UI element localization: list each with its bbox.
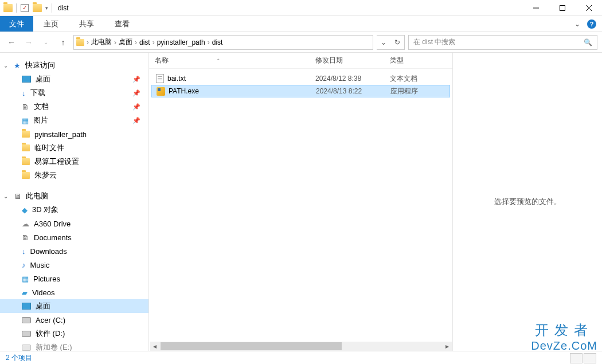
sidebar-item-label: 桌面	[36, 74, 50, 84]
pin-icon: 📌	[132, 89, 140, 97]
file-date: 2024/8/13 8:22	[316, 87, 390, 95]
sidebar-quick-access[interactable]: ⌄ ★ 快速访问	[0, 58, 148, 72]
tab-view[interactable]: 查看	[104, 16, 140, 32]
ribbon-expand-icon[interactable]: ⌄	[574, 20, 580, 28]
breadcrumb[interactable]: 此电脑	[91, 37, 112, 47]
sidebar-item-disk-c[interactable]: Acer (C:)	[0, 313, 148, 327]
up-button[interactable]: ↑	[56, 36, 70, 49]
forward-button[interactable]: →	[22, 36, 36, 49]
sidebar-item-folder[interactable]: 朱梦云	[0, 169, 148, 182]
sidebar-item-label: Videos	[32, 288, 55, 297]
close-button[interactable]	[576, 0, 602, 16]
file-row[interactable]: bai.txt 2024/8/12 8:38 文本文档	[151, 72, 450, 85]
chevron-right-icon[interactable]: ›	[208, 38, 210, 46]
minimize-button[interactable]	[523, 0, 549, 16]
column-type[interactable]: 类型	[390, 56, 447, 65]
sidebar-item-documents[interactable]: 🗎 文档 📌	[0, 100, 148, 113]
svg-rect-1	[560, 5, 565, 10]
download-icon: ↓	[22, 89, 26, 97]
refresh-button[interactable]: ↻	[390, 36, 404, 49]
back-button[interactable]: ←	[5, 36, 18, 49]
chevron-right-icon[interactable]: ›	[87, 38, 89, 46]
column-name[interactable]: 名称 ⌃	[155, 56, 315, 65]
navigation-sidebar: ⌄ ★ 快速访问 桌面 📌 ↓ 下载 📌 🗎 文档 📌 ▦ 图片 📌 pyins…	[0, 53, 149, 351]
disk-icon	[22, 345, 31, 351]
scroll-left-icon[interactable]: ◂	[150, 342, 159, 351]
scroll-right-icon[interactable]: ▸	[443, 342, 452, 351]
sidebar-item-folder[interactable]: 临时文件	[0, 141, 148, 155]
pc-icon: 🖥	[14, 192, 21, 201]
sidebar-item-a360[interactable]: ☁ A360 Drive	[0, 217, 148, 230]
sidebar-item-desktop[interactable]: 桌面	[0, 299, 148, 313]
search-icon[interactable]: 🔍	[584, 38, 592, 46]
column-date[interactable]: 修改日期	[315, 56, 390, 65]
sidebar-item-label: 软件 (D:)	[36, 328, 65, 339]
qat-dropdown-icon[interactable]: ▾	[45, 5, 48, 11]
sidebar-item-label: 易算工程设置	[34, 156, 79, 167]
picture-icon: ▦	[22, 275, 29, 283]
breadcrumb[interactable]: dist	[139, 38, 150, 46]
file-date: 2024/8/12 8:38	[315, 75, 390, 83]
column-headers: 名称 ⌃ 修改日期 类型	[149, 53, 452, 69]
checkbox-qat-icon[interactable]: ✓	[20, 3, 29, 13]
address-dropdown-icon[interactable]: ⌄	[377, 36, 390, 49]
music-icon: ♪	[22, 261, 26, 269]
sidebar-item-folder[interactable]: 易算工程设置	[0, 155, 148, 169]
sidebar-this-pc[interactable]: ⌄ 🖥 此电脑	[0, 189, 148, 203]
sidebar-item-videos[interactable]: ▰ Videos	[0, 285, 148, 299]
help-icon[interactable]: ?	[587, 19, 596, 29]
sidebar-item-label: 下载	[30, 88, 45, 98]
icons-view-button[interactable]	[584, 353, 596, 363]
disk-icon	[22, 317, 31, 323]
details-view-button[interactable]	[570, 353, 583, 363]
breadcrumb[interactable]: pyinstaller_path	[157, 38, 205, 46]
maximize-button[interactable]	[549, 0, 576, 16]
sidebar-item-downloads[interactable]: ↓ Downloads	[0, 244, 148, 258]
download-icon: ↓	[22, 247, 26, 256]
divider	[52, 3, 52, 13]
pin-icon: 📌	[132, 103, 140, 111]
sidebar-item-music[interactable]: ♪ Music	[0, 258, 148, 272]
file-name: bai.txt	[167, 75, 186, 83]
tab-share[interactable]: 共享	[69, 16, 104, 32]
chevron-right-icon[interactable]: ›	[135, 38, 137, 46]
sidebar-item-label: Acer (C:)	[36, 316, 65, 324]
divider	[16, 3, 17, 13]
item-count: 2 个项目	[6, 353, 32, 363]
sidebar-item-3d[interactable]: ◆ 3D 对象	[0, 203, 148, 217]
sidebar-item-disk-e[interactable]: 新加卷 (E:)	[0, 340, 148, 351]
document-icon: 🗎	[22, 103, 29, 111]
recent-dropdown-icon[interactable]: ⌄	[39, 36, 53, 49]
sidebar-item-pictures[interactable]: ▦ Pictures	[0, 272, 148, 285]
chevron-right-icon[interactable]: ›	[114, 38, 116, 46]
sidebar-item-desktop[interactable]: 桌面 📌	[0, 72, 148, 86]
tab-home[interactable]: 主页	[33, 16, 69, 32]
sidebar-item-label: 新加卷 (E:)	[36, 342, 72, 351]
folder-icon	[22, 144, 30, 151]
folder-qat-icon[interactable]	[33, 3, 42, 13]
search-input[interactable]: 在 dist 中搜索 🔍	[408, 35, 597, 50]
address-bar[interactable]: › 此电脑 › 桌面 › dist › pyinstaller_path › d…	[73, 35, 373, 50]
sort-indicator-icon: ⌃	[216, 58, 221, 64]
expand-icon[interactable]: ⌄	[3, 193, 8, 199]
chevron-right-icon[interactable]: ›	[153, 38, 155, 46]
sidebar-item-label: 快速访问	[25, 60, 55, 71]
folder-icon	[76, 39, 84, 46]
sidebar-item-folder[interactable]: pyinstaller_path	[0, 127, 148, 141]
text-file-icon	[156, 74, 164, 83]
sidebar-item-disk-d[interactable]: 软件 (D:)	[0, 327, 148, 340]
folder-icon	[22, 158, 30, 165]
sidebar-item-downloads[interactable]: ↓ 下载 📌	[0, 86, 148, 100]
sidebar-item-label: Downloads	[30, 247, 67, 256]
breadcrumb[interactable]: dist	[212, 38, 223, 46]
sidebar-item-documents[interactable]: 🗎 Documents	[0, 230, 148, 244]
sidebar-item-label: 此电脑	[26, 191, 48, 201]
expand-icon[interactable]: ⌄	[3, 62, 8, 69]
scroll-thumb[interactable]	[161, 342, 342, 350]
sidebar-item-pictures[interactable]: ▦ 图片 📌	[0, 113, 148, 127]
exe-file-icon	[157, 87, 165, 96]
breadcrumb[interactable]: 桌面	[119, 37, 132, 47]
file-tab[interactable]: 文件	[0, 16, 33, 32]
horizontal-scrollbar[interactable]: ◂ ▸	[150, 342, 452, 351]
file-row[interactable]: PATH.exe 2024/8/13 8:22 应用程序	[151, 85, 450, 97]
